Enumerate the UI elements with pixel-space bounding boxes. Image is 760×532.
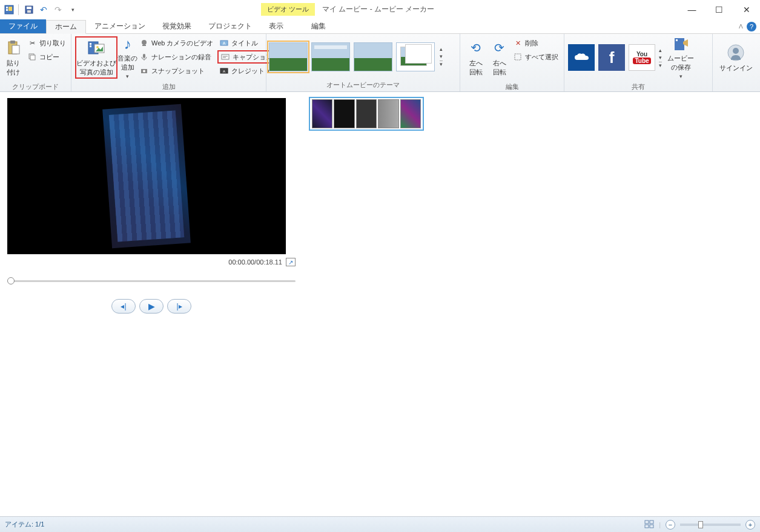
ribbon-collapse-button[interactable]: ᐱ (739, 23, 743, 30)
delete-icon: ✕ (513, 38, 523, 48)
zoom-slider[interactable] (680, 524, 741, 526)
credits-icon: A (219, 66, 229, 76)
close-button[interactable]: ✕ (733, 1, 760, 19)
theme-item[interactable] (354, 42, 392, 71)
svg-point-22 (143, 70, 145, 73)
save-movie-button[interactable]: ムービー の保存 ▾ (666, 36, 696, 79)
svg-rect-18 (142, 45, 146, 46)
microphone-icon (139, 52, 149, 62)
cut-icon: ✂ (27, 38, 37, 48)
share-facebook-button[interactable]: f (598, 44, 625, 71)
undo-button[interactable]: ↶ (37, 3, 50, 16)
redo-button[interactable]: ↷ (51, 3, 65, 16)
svg-rect-11 (30, 55, 35, 60)
title-icon: A (219, 38, 229, 48)
webcam-video-button[interactable]: Web カメラのビデオ (137, 36, 215, 50)
maximize-button[interactable]: ☐ (705, 1, 733, 19)
fullscreen-button[interactable]: ↗ (286, 258, 296, 266)
next-frame-button[interactable]: |▸ (167, 299, 191, 314)
svg-rect-38 (650, 525, 653, 528)
chevron-down-icon: ▾ (126, 73, 129, 79)
svg-text:A: A (223, 70, 225, 73)
tab-file[interactable]: ファイル (0, 19, 46, 33)
svg-point-16 (96, 46, 99, 48)
add-music-label: 音楽の 追加 (117, 54, 137, 72)
scrubber-thumb[interactable] (7, 277, 15, 284)
tab-view[interactable]: 表示 (260, 19, 292, 33)
svg-rect-2 (6, 9, 8, 11)
theme-item[interactable] (311, 42, 350, 71)
copy-button[interactable]: コピー (25, 50, 68, 64)
timeline-pane[interactable] (303, 92, 760, 516)
svg-rect-14 (90, 45, 91, 47)
copy-icon (27, 52, 37, 62)
caption-icon (220, 52, 230, 62)
cut-button[interactable]: ✂切り取り (25, 36, 68, 50)
preview-video[interactable] (7, 98, 286, 254)
themes-down-button[interactable]: ▾ (440, 53, 443, 59)
rotate-left-button[interactable]: ⟲ 左へ 回転 (464, 36, 487, 79)
share-more-button[interactable]: ▾ (659, 62, 662, 68)
svg-rect-36 (650, 521, 653, 524)
svg-rect-5 (27, 7, 31, 9)
view-mode-button[interactable] (644, 520, 654, 530)
status-items: アイテム: 1/1 (5, 520, 44, 529)
preview-time: 00:00.00/00:18.11 (228, 258, 282, 266)
snapshot-icon (139, 66, 149, 76)
app-icon (4, 4, 15, 15)
ribbon: 貼り 付け ✂切り取り コピー クリップボード ビデオおよび 写真の追加 ♪ 音… (0, 34, 760, 92)
user-icon (726, 43, 745, 62)
svg-point-34 (733, 48, 739, 54)
add-video-photo-label: ビデオおよび 写真の追加 (76, 59, 116, 77)
title-bar: ↶ ↷ ▾ ビデオ ツール マイ ムービー - ムービー メーカー — ☐ ✕ (0, 0, 760, 19)
theme-item[interactable] (396, 42, 435, 71)
tab-project[interactable]: プロジェクト (200, 19, 260, 33)
group-themes-label: オートムービーのテーマ (266, 79, 460, 91)
play-button[interactable]: ▶ (139, 299, 164, 314)
svg-rect-6 (27, 10, 31, 13)
tab-visual-effects[interactable]: 視覚効果 (154, 19, 200, 33)
tab-edit[interactable]: 編集 (303, 19, 334, 33)
help-button[interactable]: ? (747, 22, 756, 31)
select-all-icon (513, 52, 523, 62)
svg-rect-32 (676, 39, 678, 41)
delete-button[interactable]: ✕削除 (511, 36, 560, 50)
themes-up-button[interactable]: ▴ (440, 46, 443, 52)
share-onedrive-button[interactable] (568, 44, 595, 71)
prev-frame-button[interactable]: ◂| (111, 299, 136, 314)
share-down-button[interactable]: ▾ (659, 54, 662, 61)
theme-item[interactable] (269, 42, 308, 71)
timeline-clip[interactable] (309, 97, 424, 131)
themes-more-button[interactable]: ▾ (440, 61, 443, 67)
svg-rect-19 (143, 54, 145, 58)
share-up-button[interactable]: ▴ (659, 47, 662, 53)
svg-rect-3 (8, 7, 12, 11)
add-music-button[interactable]: ♪ 音楽の 追加 ▾ (117, 36, 137, 79)
ribbon-tabs: ファイル ホーム アニメーション 視覚効果 プロジェクト 表示 編集 ᐱ ? (0, 19, 760, 34)
zoom-out-button[interactable]: − (666, 520, 675, 530)
context-tab-label: ビデオ ツール (261, 3, 315, 16)
select-all-button[interactable]: すべて選択 (511, 50, 560, 64)
qat-dropdown[interactable]: ▾ (66, 3, 79, 16)
svg-rect-9 (12, 45, 19, 54)
save-movie-icon (671, 36, 690, 53)
zoom-in-button[interactable]: + (745, 520, 755, 530)
paste-label: 貼り 付け (7, 59, 20, 77)
minimize-button[interactable]: — (678, 1, 705, 19)
svg-rect-13 (90, 43, 91, 45)
sign-in-button[interactable]: サインイン (718, 36, 754, 79)
tab-animation[interactable]: アニメーション (86, 19, 154, 33)
svg-rect-25 (222, 54, 229, 59)
svg-text:A: A (223, 41, 226, 45)
preview-pane: 00:00.00/00:18.11 ↗ ◂| ▶ |▸ (0, 92, 303, 516)
snapshot-button[interactable]: スナップショット (137, 64, 215, 77)
record-narration-button[interactable]: ナレーションの録音 (137, 50, 215, 64)
paste-button[interactable]: 貼り 付け (4, 36, 23, 79)
preview-scrubber[interactable] (7, 275, 296, 287)
tab-home[interactable]: ホーム (46, 20, 86, 34)
add-video-photo-button[interactable]: ビデオおよび 写真の追加 (75, 36, 117, 79)
rotate-right-button[interactable]: ⟳ 右へ 回転 (487, 36, 511, 79)
save-button[interactable] (22, 3, 36, 16)
share-youtube-button[interactable]: YouTube (629, 44, 655, 71)
rotate-left-icon: ⟲ (466, 38, 486, 57)
